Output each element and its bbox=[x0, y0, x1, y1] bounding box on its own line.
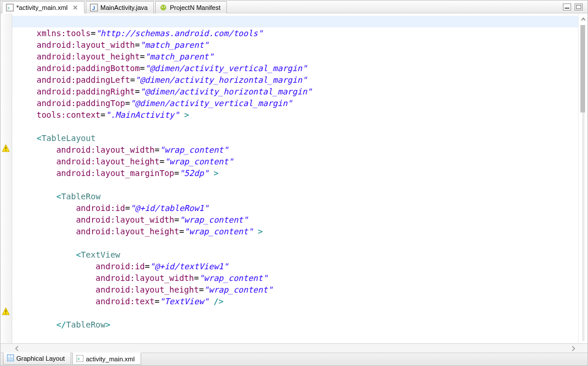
tab-activity-main-xml[interactable]: x *activity_main.xml bbox=[2, 1, 85, 13]
minimize-button[interactable] bbox=[563, 3, 571, 10]
warning-icon[interactable] bbox=[2, 144, 10, 152]
svg-rect-10 bbox=[5, 147, 6, 149]
svg-rect-11 bbox=[5, 150, 6, 151]
scroll-right-icon[interactable] bbox=[569, 344, 578, 353]
tab-label: Graphical Layout bbox=[16, 355, 65, 362]
svg-rect-17 bbox=[11, 356, 13, 357]
gutter[interactable] bbox=[1, 13, 12, 343]
xml-file-icon: x bbox=[6, 3, 14, 12]
tab-label: activity_main.xml bbox=[86, 356, 135, 363]
code-editor[interactable]: <RelativeLayout xmlns:android="http://sc… bbox=[12, 13, 578, 343]
manifest-file-icon bbox=[159, 3, 167, 12]
overview-track[interactable] bbox=[582, 25, 584, 341]
editor-area: <RelativeLayout xmlns:android="http://sc… bbox=[1, 13, 587, 343]
svg-rect-14 bbox=[5, 313, 6, 314]
svg-rect-16 bbox=[8, 356, 10, 357]
warning-icon[interactable] bbox=[2, 307, 10, 315]
svg-point-5 bbox=[162, 6, 163, 8]
overview-thumb[interactable] bbox=[580, 25, 585, 112]
svg-text:x: x bbox=[8, 6, 10, 10]
window-controls bbox=[559, 1, 586, 13]
svg-text:J: J bbox=[92, 5, 95, 11]
scroll-left-icon[interactable] bbox=[12, 344, 22, 353]
code-content: <RelativeLayout xmlns:android="http://sc… bbox=[12, 13, 578, 330]
bottom-tab-bar: Graphical Layout x activity_main.xml bbox=[1, 353, 587, 365]
svg-rect-15 bbox=[7, 354, 14, 361]
chevron-up-icon[interactable] bbox=[580, 16, 587, 23]
tab-label: *activity_main.xml bbox=[16, 4, 68, 11]
overview-ruler[interactable] bbox=[578, 13, 587, 343]
tab-main-activity-java[interactable]: J MainActivity.java bbox=[86, 1, 154, 13]
horizontal-scrollbar[interactable] bbox=[1, 343, 587, 353]
bottom-tab-graphical-layout[interactable]: Graphical Layout bbox=[3, 353, 71, 365]
svg-point-6 bbox=[164, 6, 165, 8]
svg-rect-8 bbox=[576, 5, 581, 9]
tab-label: MainActivity.java bbox=[100, 4, 148, 11]
svg-rect-13 bbox=[5, 310, 6, 312]
java-file-icon: J bbox=[90, 3, 98, 12]
editor-window: x *activity_main.xml J MainActivity.java… bbox=[0, 0, 588, 366]
xml-file-icon: x bbox=[76, 355, 83, 363]
maximize-button[interactable] bbox=[575, 3, 583, 10]
layout-icon bbox=[7, 354, 14, 363]
svg-point-4 bbox=[160, 5, 166, 10]
svg-text:x: x bbox=[78, 357, 80, 361]
top-tab-bar: x *activity_main.xml J MainActivity.java… bbox=[1, 1, 587, 13]
bottom-tab-activity-main-xml[interactable]: x activity_main.xml bbox=[72, 353, 141, 365]
tab-label: ProjectN Manifest bbox=[170, 4, 220, 11]
tab-manifest[interactable]: ProjectN Manifest bbox=[155, 1, 227, 13]
close-icon[interactable] bbox=[72, 5, 78, 10]
svg-rect-7 bbox=[565, 8, 569, 9]
current-line-highlight bbox=[12, 16, 578, 27]
